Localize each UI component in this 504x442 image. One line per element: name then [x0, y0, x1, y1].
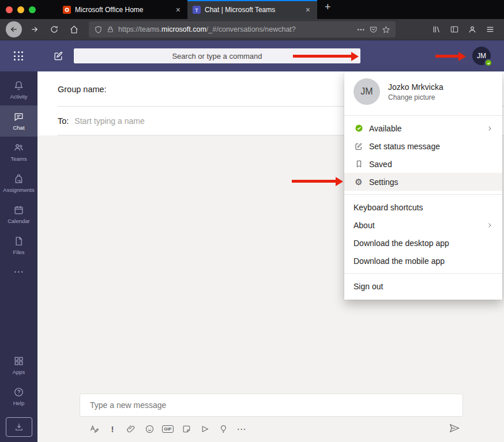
stream-button[interactable]	[200, 424, 210, 434]
url-bar[interactable]: https://teams.microsoft.com/_#/conversat…	[89, 21, 396, 37]
sidebar-item-teams[interactable]: Teams	[0, 137, 37, 168]
reload-button[interactable]	[47, 22, 61, 36]
sidebars-icon[interactable]	[450, 25, 459, 34]
sidebar-item-calendar[interactable]: Calendar	[0, 199, 37, 230]
page-actions-icon[interactable]: •••	[357, 27, 365, 33]
attach-button[interactable]	[126, 424, 136, 434]
sidebar-item-label: Teams	[11, 156, 27, 162]
back-arrow-icon	[9, 25, 18, 34]
annotation-arrow-settings	[292, 180, 336, 183]
svg-text:T: T	[195, 7, 198, 13]
home-button[interactable]	[67, 22, 81, 36]
window-close-button[interactable]	[6, 6, 13, 13]
menu-item-sign-out[interactable]: Sign out	[344, 277, 502, 295]
hamburger-menu-icon[interactable]	[486, 25, 495, 34]
sidebar-item-chat[interactable]: Chat	[0, 105, 37, 137]
sidebar-item-label: Files	[13, 249, 24, 255]
compose-more-button[interactable]: ⋯	[236, 424, 247, 434]
compose-toolbar: ! GIF ⋯	[89, 421, 247, 436]
window-controls	[0, 6, 58, 13]
sidebar-spacer	[0, 282, 37, 350]
forward-button[interactable]	[28, 22, 42, 36]
menu-item-settings[interactable]: ⚙ Settings	[344, 173, 502, 191]
forward-arrow-icon	[30, 25, 39, 34]
to-label: To:	[58, 116, 69, 126]
tab-office-home[interactable]: Microsoft Office Home ×	[58, 0, 187, 19]
tracking-shield-icon[interactable]	[94, 25, 103, 34]
window-zoom-button[interactable]	[29, 6, 36, 13]
window-minimize-button[interactable]	[17, 6, 24, 13]
teams-icon: T	[193, 6, 201, 14]
message-input[interactable]	[80, 401, 462, 410]
sidebar-more-button[interactable]: ⋯	[0, 261, 37, 282]
profile-identity: Jozko Mrkvicka Change picture	[388, 82, 443, 101]
saved-bookmark-icon	[353, 160, 364, 168]
home-icon	[69, 25, 79, 35]
menu-divider	[344, 115, 502, 116]
emoji-button[interactable]	[144, 424, 155, 434]
sticker-icon	[182, 424, 191, 434]
menu-item-download-mobile-app[interactable]: Download the mobile app	[344, 252, 502, 270]
menu-item-label: Settings	[369, 177, 398, 187]
sidebar-item-assignments[interactable]: Assignments	[0, 168, 37, 199]
praise-button[interactable]	[218, 424, 228, 434]
menu-item-label: About	[353, 221, 375, 230]
status-message-icon	[353, 142, 364, 151]
lock-icon[interactable]	[107, 26, 114, 33]
gif-icon: GIF	[162, 425, 173, 433]
menu-item-saved[interactable]: Saved	[344, 155, 502, 173]
pocket-icon[interactable]	[369, 25, 378, 34]
format-icon	[89, 424, 99, 434]
assignments-backpack-icon	[13, 173, 24, 184]
new-tab-button[interactable]: +	[317, 0, 338, 19]
giphy-button[interactable]: GIF	[163, 424, 173, 434]
change-picture-link[interactable]: Change picture	[388, 93, 443, 101]
sticker-button[interactable]	[181, 424, 191, 434]
chevron-right-icon	[486, 222, 493, 229]
menu-item-download-desktop-app[interactable]: Download the desktop app	[344, 234, 502, 252]
sidebar-item-files[interactable]: Files	[0, 230, 37, 261]
app-launcher-waffle-icon[interactable]	[14, 51, 24, 61]
sidebar-item-label: Help	[13, 400, 25, 406]
stream-play-icon	[200, 424, 210, 434]
profile-dropdown-menu: JM Jozko Mrkvicka Change picture Availab…	[344, 71, 502, 300]
importance-button[interactable]: !	[107, 424, 118, 434]
paperclip-icon	[126, 424, 136, 434]
check-icon	[487, 61, 491, 65]
menu-divider	[344, 273, 502, 274]
menu-item-about[interactable]: About	[344, 216, 502, 234]
send-button[interactable]	[449, 422, 460, 434]
sidebar-item-label: Assignments	[3, 187, 34, 193]
menu-item-available[interactable]: Available	[344, 119, 502, 137]
bookmark-star-icon[interactable]	[382, 25, 390, 34]
profile-menu-header: JM Jozko Mrkvicka Change picture	[344, 71, 502, 112]
sidebar-item-download-app[interactable]	[0, 412, 37, 442]
tab-close-icon[interactable]: ×	[304, 5, 312, 14]
tab-title: Chat | Microsoft Teams	[205, 6, 300, 14]
firefox-account-icon[interactable]	[468, 25, 477, 34]
settings-gear-icon: ⚙	[353, 177, 364, 186]
group-name-label: Group name:	[58, 85, 107, 94]
profile-avatar[interactable]: JM	[472, 47, 491, 65]
menu-item-keyboard-shortcuts[interactable]: Keyboard shortcuts	[344, 198, 502, 216]
sidebar-item-apps[interactable]: Apps	[0, 350, 37, 381]
url-prefix: https://teams.	[118, 25, 161, 33]
tab-teams-chat[interactable]: T Chat | Microsoft Teams ×	[187, 0, 317, 19]
profile-name: Jozko Mrkvicka	[388, 82, 443, 92]
download-icon	[14, 422, 24, 432]
tab-close-icon[interactable]: ×	[174, 5, 182, 14]
menu-item-set-status-message[interactable]: Set status message	[344, 137, 502, 155]
back-button[interactable]	[6, 21, 22, 37]
menu-item-label: Download the desktop app	[353, 239, 449, 248]
library-icon[interactable]	[432, 25, 441, 34]
sidebar-item-activity[interactable]: Activity	[0, 74, 37, 105]
navbar-right-cluster	[432, 25, 498, 34]
format-button[interactable]	[89, 424, 99, 434]
send-plane-icon	[449, 422, 460, 434]
sidebar-item-help[interactable]: Help	[0, 381, 37, 412]
new-chat-button[interactable]	[52, 50, 64, 62]
menu-item-label: Keyboard shortcuts	[353, 203, 423, 212]
presence-available-badge	[484, 59, 492, 67]
sidebar-item-label: Apps	[13, 369, 25, 375]
teams-topbar: JM	[0, 40, 504, 71]
